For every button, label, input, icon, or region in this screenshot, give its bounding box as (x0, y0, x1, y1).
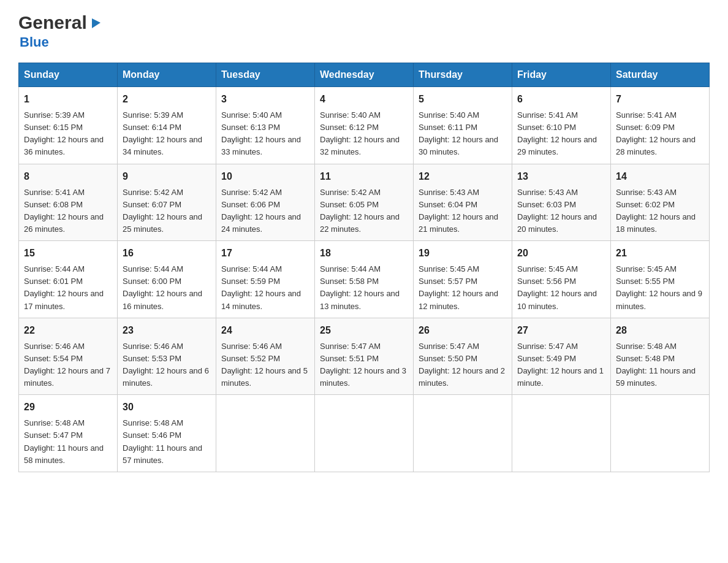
page-header: General Blue (18, 12, 710, 50)
day-info: Sunrise: 5:39 AMSunset: 6:15 PMDaylight:… (24, 109, 112, 159)
weekday-header-friday: Friday (512, 63, 611, 87)
weekday-header-sunday: Sunday (19, 63, 118, 87)
weekday-header-wednesday: Wednesday (315, 63, 414, 87)
calendar-table: SundayMondayTuesdayWednesdayThursdayFrid… (18, 63, 710, 472)
calendar-cell: 19Sunrise: 5:45 AMSunset: 5:57 PMDayligh… (414, 241, 512, 318)
calendar-cell: 9Sunrise: 5:42 AMSunset: 6:07 PMDaylight… (118, 164, 216, 241)
calendar-cell: 8Sunrise: 5:41 AMSunset: 6:08 PMDaylight… (19, 164, 118, 241)
day-info: Sunrise: 5:46 AMSunset: 5:53 PMDaylight:… (123, 340, 211, 390)
day-number: 30 (123, 400, 211, 415)
day-number: 18 (320, 246, 408, 261)
calendar-cell: 11Sunrise: 5:42 AMSunset: 6:05 PMDayligh… (315, 164, 414, 241)
day-info: Sunrise: 5:40 AMSunset: 6:12 PMDaylight:… (320, 109, 408, 159)
day-number: 7 (616, 92, 704, 107)
calendar-cell: 14Sunrise: 5:43 AMSunset: 6:02 PMDayligh… (611, 164, 710, 241)
calendar-cell: 2Sunrise: 5:39 AMSunset: 6:14 PMDaylight… (118, 87, 216, 164)
day-info: Sunrise: 5:46 AMSunset: 5:52 PMDaylight:… (221, 340, 309, 390)
weekday-header-thursday: Thursday (414, 63, 512, 87)
day-number: 5 (419, 92, 507, 107)
day-number: 21 (616, 246, 704, 261)
logo-general-text: General (18, 12, 87, 33)
day-info: Sunrise: 5:47 AMSunset: 5:51 PMDaylight:… (320, 340, 408, 390)
day-number: 14 (616, 169, 704, 184)
day-info: Sunrise: 5:48 AMSunset: 5:48 PMDaylight:… (616, 340, 704, 390)
day-number: 15 (24, 246, 112, 261)
calendar-cell: 4Sunrise: 5:40 AMSunset: 6:12 PMDaylight… (315, 87, 414, 164)
logo: General Blue (18, 12, 103, 50)
calendar-cell: 27Sunrise: 5:47 AMSunset: 5:49 PMDayligh… (512, 318, 611, 395)
day-number: 11 (320, 169, 408, 184)
day-info: Sunrise: 5:43 AMSunset: 6:04 PMDaylight:… (419, 186, 507, 236)
calendar-cell: 6Sunrise: 5:41 AMSunset: 6:10 PMDaylight… (512, 87, 611, 164)
calendar-cell: 5Sunrise: 5:40 AMSunset: 6:11 PMDaylight… (414, 87, 512, 164)
weekday-header-saturday: Saturday (611, 63, 710, 87)
week-row-3: 15Sunrise: 5:44 AMSunset: 6:01 PMDayligh… (19, 241, 710, 318)
day-info: Sunrise: 5:41 AMSunset: 6:09 PMDaylight:… (616, 109, 704, 159)
day-info: Sunrise: 5:44 AMSunset: 6:00 PMDaylight:… (123, 263, 211, 313)
day-info: Sunrise: 5:39 AMSunset: 6:14 PMDaylight:… (123, 109, 211, 159)
calendar-cell: 23Sunrise: 5:46 AMSunset: 5:53 PMDayligh… (118, 318, 216, 395)
week-row-2: 8Sunrise: 5:41 AMSunset: 6:08 PMDaylight… (19, 164, 710, 241)
day-number: 6 (517, 92, 605, 107)
week-row-5: 29Sunrise: 5:48 AMSunset: 5:47 PMDayligh… (19, 395, 710, 472)
calendar-cell (216, 395, 315, 472)
calendar-cell: 30Sunrise: 5:48 AMSunset: 5:46 PMDayligh… (118, 395, 216, 472)
day-info: Sunrise: 5:45 AMSunset: 5:57 PMDaylight:… (419, 263, 507, 313)
day-number: 24 (221, 323, 309, 338)
day-info: Sunrise: 5:45 AMSunset: 5:56 PMDaylight:… (517, 263, 605, 313)
day-number: 28 (616, 323, 704, 338)
day-info: Sunrise: 5:43 AMSunset: 6:03 PMDaylight:… (517, 186, 605, 236)
week-row-4: 22Sunrise: 5:46 AMSunset: 5:54 PMDayligh… (19, 318, 710, 395)
calendar-cell (414, 395, 512, 472)
calendar-cell: 13Sunrise: 5:43 AMSunset: 6:03 PMDayligh… (512, 164, 611, 241)
day-info: Sunrise: 5:43 AMSunset: 6:02 PMDaylight:… (616, 186, 704, 236)
day-info: Sunrise: 5:45 AMSunset: 5:55 PMDaylight:… (616, 263, 704, 313)
day-info: Sunrise: 5:44 AMSunset: 5:59 PMDaylight:… (221, 263, 309, 313)
logo-blue-text: Blue (18, 34, 103, 50)
day-number: 13 (517, 169, 605, 184)
day-info: Sunrise: 5:48 AMSunset: 5:47 PMDaylight:… (24, 417, 112, 467)
day-info: Sunrise: 5:48 AMSunset: 5:46 PMDaylight:… (123, 417, 211, 467)
calendar-cell (611, 395, 710, 472)
calendar-cell: 28Sunrise: 5:48 AMSunset: 5:48 PMDayligh… (611, 318, 710, 395)
day-info: Sunrise: 5:41 AMSunset: 6:08 PMDaylight:… (24, 186, 112, 236)
day-number: 12 (419, 169, 507, 184)
day-number: 16 (123, 246, 211, 261)
calendar-cell: 15Sunrise: 5:44 AMSunset: 6:01 PMDayligh… (19, 241, 118, 318)
day-number: 3 (221, 92, 309, 107)
day-info: Sunrise: 5:42 AMSunset: 6:06 PMDaylight:… (221, 186, 309, 236)
calendar-cell (315, 395, 414, 472)
day-number: 27 (517, 323, 605, 338)
calendar-cell: 29Sunrise: 5:48 AMSunset: 5:47 PMDayligh… (19, 395, 118, 472)
day-number: 25 (320, 323, 408, 338)
day-number: 23 (123, 323, 211, 338)
day-number: 26 (419, 323, 507, 338)
day-info: Sunrise: 5:47 AMSunset: 5:49 PMDaylight:… (517, 340, 605, 390)
calendar-cell: 21Sunrise: 5:45 AMSunset: 5:55 PMDayligh… (611, 241, 710, 318)
calendar-cell: 18Sunrise: 5:44 AMSunset: 5:58 PMDayligh… (315, 241, 414, 318)
calendar-cell: 1Sunrise: 5:39 AMSunset: 6:15 PMDaylight… (19, 87, 118, 164)
calendar-cell (512, 395, 611, 472)
day-number: 8 (24, 169, 112, 184)
day-info: Sunrise: 5:46 AMSunset: 5:54 PMDaylight:… (24, 340, 112, 390)
calendar-cell: 24Sunrise: 5:46 AMSunset: 5:52 PMDayligh… (216, 318, 315, 395)
day-number: 19 (419, 246, 507, 261)
calendar-cell: 22Sunrise: 5:46 AMSunset: 5:54 PMDayligh… (19, 318, 118, 395)
day-info: Sunrise: 5:41 AMSunset: 6:10 PMDaylight:… (517, 109, 605, 159)
calendar-cell: 20Sunrise: 5:45 AMSunset: 5:56 PMDayligh… (512, 241, 611, 318)
day-number: 20 (517, 246, 605, 261)
logo-triangle-icon (89, 16, 103, 32)
weekday-header-monday: Monday (118, 63, 216, 87)
day-number: 17 (221, 246, 309, 261)
day-number: 10 (221, 169, 309, 184)
weekday-header-row: SundayMondayTuesdayWednesdayThursdayFrid… (19, 63, 710, 87)
day-info: Sunrise: 5:42 AMSunset: 6:05 PMDaylight:… (320, 186, 408, 236)
calendar-cell: 16Sunrise: 5:44 AMSunset: 6:00 PMDayligh… (118, 241, 216, 318)
svg-marker-0 (92, 18, 100, 28)
calendar-cell: 25Sunrise: 5:47 AMSunset: 5:51 PMDayligh… (315, 318, 414, 395)
day-info: Sunrise: 5:40 AMSunset: 6:11 PMDaylight:… (419, 109, 507, 159)
week-row-1: 1Sunrise: 5:39 AMSunset: 6:15 PMDaylight… (19, 87, 710, 164)
day-info: Sunrise: 5:44 AMSunset: 6:01 PMDaylight:… (24, 263, 112, 313)
day-info: Sunrise: 5:40 AMSunset: 6:13 PMDaylight:… (221, 109, 309, 159)
day-number: 22 (24, 323, 112, 338)
